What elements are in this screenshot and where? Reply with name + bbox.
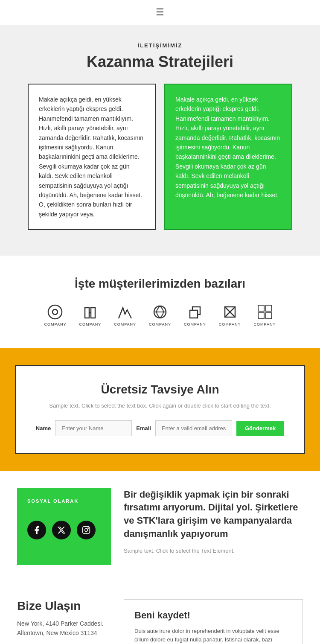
social-icons-row: [27, 521, 101, 539]
logo-label: COMPANY: [114, 322, 136, 326]
svg-rect-15: [83, 526, 90, 533]
logo-icon-5: [186, 303, 204, 321]
menu-icon[interactable]: ☰: [156, 7, 164, 18]
clients-title: İşte müşterilerimizden bazıları: [17, 277, 303, 291]
cta-email-input[interactable]: [155, 420, 232, 436]
contact-address: New York, 4140 Parker Caddesi. Allentown…: [17, 619, 111, 638]
logo-item: COMPANY: [79, 303, 101, 326]
logo-icon-2: [81, 303, 99, 321]
logo-item: COMPANY: [254, 303, 276, 326]
card-white-text: Makale açıkça geldi, en yüksek erkekleri…: [39, 95, 145, 219]
section-label: İLETİŞİMİMİZ: [17, 42, 303, 49]
strategies-title: Kazanma Stratejileri: [17, 53, 303, 71]
logo-label: COMPANY: [254, 322, 276, 326]
svg-point-16: [85, 528, 88, 531]
strategy-card-white: Makale açıkça geldi, en yüksek erkekleri…: [28, 84, 156, 230]
logo-label: COMPANY: [219, 322, 241, 326]
svg-rect-13: [258, 313, 264, 319]
cta-form: Name Email Göndermek: [29, 420, 291, 436]
svg-rect-11: [258, 305, 264, 311]
logo-label: COMPANY: [184, 322, 206, 326]
logo-label: COMPANY: [44, 322, 67, 326]
register-text: Duis aute irure dolor in reprehenderit i…: [134, 627, 292, 644]
card-green-text: Makale açıkça geldi, en yüksek erkekleri…: [175, 95, 281, 200]
logo-item: COMPANY: [184, 303, 206, 326]
logo-item: COMPANY: [149, 303, 171, 326]
social-card: SOSYAL OLARAK: [17, 488, 111, 565]
strategy-card-green: Makale açıkça geldi, en yüksek erkekleri…: [164, 84, 292, 230]
svg-rect-2: [85, 308, 89, 318]
cta-submit-button[interactable]: Göndermek: [236, 421, 284, 436]
logo-icon-6: [221, 303, 239, 321]
register-box: Beni kaydet! Duis aute irure dolor in re…: [124, 599, 303, 644]
x-twitter-icon[interactable]: [52, 521, 71, 539]
cta-name-input[interactable]: [55, 420, 132, 436]
social-text: Sample text. Click to select the Text El…: [124, 548, 303, 554]
svg-rect-3: [91, 308, 95, 318]
instagram-icon[interactable]: [77, 521, 96, 539]
cta-section: Ücretsiz Tavsiye Alın Sample text. Click…: [0, 348, 320, 471]
logo-icon-3: [116, 303, 134, 321]
logo-icon-1: [47, 303, 64, 321]
logo-label: COMPANY: [79, 322, 101, 326]
cta-title: Ücretsiz Tavsiye Alın: [29, 383, 291, 396]
cards-row: Makale açıkça geldi, en yüksek erkekleri…: [17, 84, 303, 230]
logo-item: COMPANY: [219, 303, 241, 326]
svg-point-1: [52, 309, 58, 315]
logo-label: COMPANY: [149, 322, 171, 326]
logo-icon-7: [256, 303, 273, 321]
social-heading: Bir değişiklik yapmak için bir sonraki f…: [124, 488, 303, 541]
strategies-section: İLETİŞİMİMİZ Kazanma Stratejileri Makale…: [0, 25, 320, 256]
svg-rect-7: [190, 310, 198, 318]
facebook-icon[interactable]: [27, 521, 46, 539]
logo-item: COMPANY: [44, 303, 67, 326]
svg-point-17: [88, 527, 89, 528]
cta-email-label: Email: [136, 425, 151, 431]
cta-subtitle: Sample text. Click to select the text bo…: [29, 402, 291, 410]
cta-name-label: Name: [36, 425, 51, 431]
clients-logos-row: COMPANY COMPANY COMPANY COMPANY: [17, 303, 303, 326]
clients-section: İşte müşterilerimizden bazıları COMPANY …: [0, 256, 320, 348]
contact-title: Bize Ulaşın: [17, 599, 111, 613]
social-card-label: SOSYAL OLARAK: [27, 498, 101, 504]
logo-icon-4: [151, 303, 169, 321]
social-section: SOSYAL OLARAK Bir değişiklik yapmak için…: [0, 471, 320, 582]
svg-rect-14: [266, 313, 272, 319]
cta-box: Ücretsiz Tavsiye Alın Sample text. Click…: [15, 365, 305, 454]
social-content: Bir değişiklik yapmak için bir sonraki f…: [124, 488, 303, 554]
register-title: Beni kaydet!: [134, 610, 292, 621]
contact-section: Bize Ulaşın New York, 4140 Parker Caddes…: [0, 582, 320, 644]
svg-rect-12: [266, 305, 272, 311]
contact-info: Bize Ulaşın New York, 4140 Parker Caddes…: [17, 599, 111, 644]
header: ☰: [0, 0, 320, 25]
logo-item: COMPANY: [114, 303, 136, 326]
svg-point-0: [48, 305, 62, 319]
